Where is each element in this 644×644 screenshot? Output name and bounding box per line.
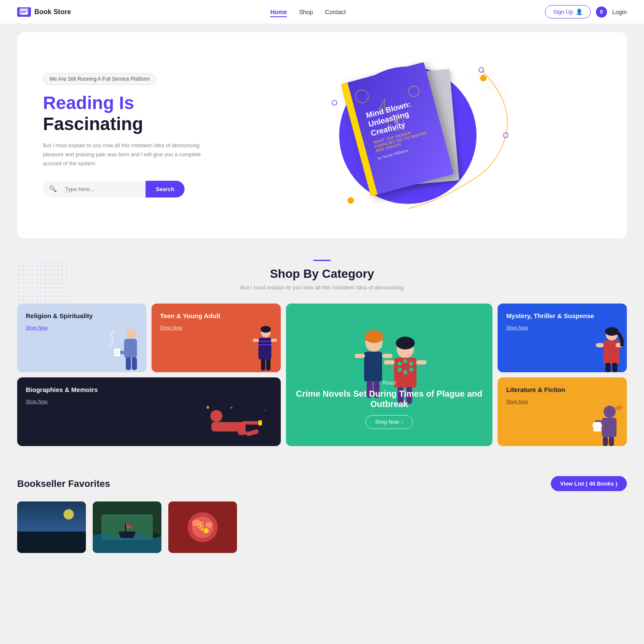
svg-point-63 xyxy=(605,327,619,336)
svg-rect-71 xyxy=(238,430,246,435)
cat-card-literature: Literature & Fiction Shop Now xyxy=(498,377,627,446)
svg-rect-61 xyxy=(605,363,611,372)
cat-crime-title: Crime Novels Set During Times of Plague … xyxy=(295,389,484,409)
svg-rect-80 xyxy=(609,437,614,446)
svg-text:✦: ✦ xyxy=(264,408,267,413)
svg-point-16 xyxy=(354,88,370,104)
section-title: Shop By Category xyxy=(17,267,627,281)
signup-button[interactable]: Sign Up 👤 xyxy=(545,5,590,18)
svg-rect-67 xyxy=(258,420,262,425)
hero-title: Reading Is Fascinating xyxy=(43,93,215,134)
hero-title-purple: Reading Is xyxy=(43,93,134,113)
svg-rect-54 xyxy=(416,360,427,365)
svg-rect-21 xyxy=(124,339,137,358)
svg-point-45 xyxy=(396,337,415,349)
cat-religion-title: Religion & Spirituality xyxy=(26,312,138,320)
cat-card-teen: Teen & Young Adult Shop Now xyxy=(152,304,281,372)
svg-rect-82 xyxy=(17,532,86,553)
cat-mystery-figure xyxy=(592,325,627,372)
svg-rect-74 xyxy=(602,418,617,437)
svg-point-68 xyxy=(207,406,209,409)
svg-point-49 xyxy=(409,361,413,366)
hero-content: We Are Still Running A Full Service Plat… xyxy=(43,73,215,197)
cat-biographies-title: Biographies & Memoirs xyxy=(26,386,272,394)
section-header: Shop By Category But I must explain to y… xyxy=(17,260,627,291)
cat-card-biographies: Biographies & Memoirs Shop Now ✦ ✦ xyxy=(17,377,281,446)
svg-rect-34 xyxy=(271,339,277,342)
nav-contact[interactable]: Contact xyxy=(325,9,346,15)
nav-right: Sign Up 👤 0 Login xyxy=(545,5,627,18)
svg-point-64 xyxy=(210,410,222,422)
svg-rect-79 xyxy=(603,437,608,446)
svg-point-15 xyxy=(332,100,337,105)
cat-card-crime: Read Crime Novels Set During Times of Pl… xyxy=(286,304,492,446)
svg-rect-23 xyxy=(129,351,137,354)
svg-rect-41 xyxy=(382,354,392,358)
hero-description: But I must explain to you how all this m… xyxy=(43,141,215,169)
svg-point-50 xyxy=(398,368,402,372)
svg-rect-53 xyxy=(384,360,395,365)
svg-point-7 xyxy=(480,75,486,81)
bookseller-title: Bookseller Favorites xyxy=(17,478,110,489)
hero-section: We Are Still Running A Full Service Plat… xyxy=(17,32,627,238)
cat-teen-figure xyxy=(246,325,281,372)
svg-text:💡: 💡 xyxy=(392,117,402,128)
svg-line-10 xyxy=(477,74,498,95)
svg-point-38 xyxy=(365,330,383,343)
svg-rect-35 xyxy=(261,358,265,371)
search-input[interactable] xyxy=(63,181,146,197)
book-3-image: 🍕 xyxy=(168,501,237,553)
category-section: Shop By Category But I must explain to y… xyxy=(0,251,644,463)
navbar: Book Store Home Shop Contact Sign Up 👤 0… xyxy=(0,0,644,24)
cat-card-mystery: Mystery, Thriller & Suspense Shop Now xyxy=(498,304,627,372)
svg-point-5 xyxy=(479,67,483,72)
hero-book-container: 💡 Mind Blown: Unleashing Creativity What… xyxy=(339,67,477,204)
hero-badge: We Are Still Running A Full Service Plat… xyxy=(43,73,156,85)
logo-text: Book Store xyxy=(34,8,71,16)
user-icon: 👤 xyxy=(576,9,583,15)
svg-line-13 xyxy=(489,74,510,95)
logo[interactable]: Book Store xyxy=(17,7,71,17)
book-preview-2[interactable] xyxy=(93,501,161,553)
view-list-button[interactable]: View List ( 46 Books ) xyxy=(551,476,627,491)
nav-links: Home Shop Contact xyxy=(270,9,346,15)
svg-rect-86 xyxy=(17,501,86,532)
svg-point-29 xyxy=(261,326,271,333)
book-previews: 🍕 ★★★★ xyxy=(17,501,627,553)
svg-point-52 xyxy=(409,368,413,372)
svg-rect-40 xyxy=(355,354,365,358)
bookseller-header: Bookseller Favorites View List ( 46 Book… xyxy=(17,476,627,491)
svg-rect-26 xyxy=(126,357,131,370)
cat-literature-figure xyxy=(588,399,627,446)
nav-home[interactable]: Home xyxy=(270,9,287,17)
svg-rect-27 xyxy=(132,357,137,370)
cart-badge[interactable]: 0 xyxy=(596,6,607,18)
category-grid: Religion & Spirituality Shop Now xyxy=(17,304,627,446)
svg-rect-92 xyxy=(125,523,126,532)
svg-text:✦: ✦ xyxy=(229,405,234,411)
svg-point-6 xyxy=(503,133,508,137)
cat-crime-shop-button[interactable]: Shop Now › xyxy=(365,415,413,429)
nav-shop[interactable]: Shop xyxy=(299,9,313,15)
svg-point-20 xyxy=(126,328,137,339)
svg-rect-2 xyxy=(21,9,27,15)
login-button[interactable]: Login xyxy=(612,9,627,15)
svg-point-47 xyxy=(398,361,402,366)
svg-point-51 xyxy=(403,370,407,374)
svg-rect-39 xyxy=(364,352,382,382)
cat-teen-title: Teen & Young Adult xyxy=(160,312,272,320)
svg-point-87 xyxy=(64,509,74,519)
cat-crime-content: Read Crime Novels Set During Times of Pl… xyxy=(295,380,484,437)
svg-point-48 xyxy=(403,359,407,363)
svg-rect-33 xyxy=(253,339,259,342)
svg-rect-72 xyxy=(246,429,259,436)
hero-search-bar: 🔍 Search xyxy=(43,181,185,197)
svg-marker-91 xyxy=(118,532,136,538)
book-preview-3[interactable]: 🍕 xyxy=(168,501,237,553)
svg-point-98 xyxy=(206,522,213,528)
svg-point-17 xyxy=(407,85,420,97)
search-button[interactable]: Search xyxy=(146,181,185,197)
book-preview-1[interactable] xyxy=(17,501,86,553)
svg-rect-59 xyxy=(596,343,604,347)
svg-point-73 xyxy=(604,406,616,418)
